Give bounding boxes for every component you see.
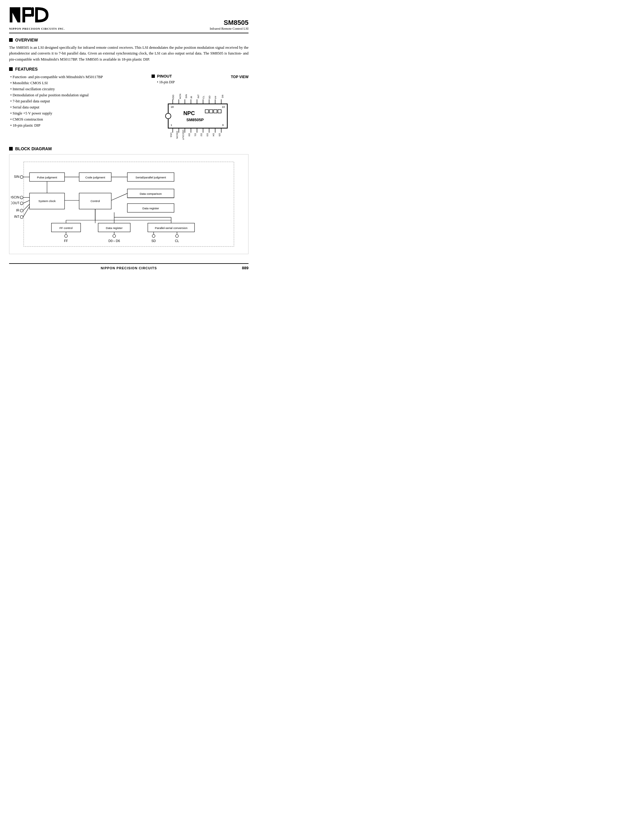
- svg-text:FF: FF: [214, 96, 217, 99]
- svg-text:VDD: VDD: [172, 95, 175, 100]
- block-diagram-title: BLOCK DIAGRAM: [15, 146, 52, 151]
- pinout-header: PINOUT: [151, 74, 172, 79]
- svg-text:ACN: ACN: [179, 93, 182, 99]
- header-right: SM8505 Infrared Remote Control LSI: [210, 19, 248, 30]
- ic-chip-diagram: VDD ACN SIN IR INT CL SD FF D6 18 10 1 9…: [156, 86, 244, 140]
- svg-text:10: 10: [222, 105, 225, 108]
- features-pinout-layout: Function- and pin-compatible with Mitsub…: [9, 74, 248, 140]
- svg-text:CL: CL: [202, 95, 205, 99]
- features-bullet: [9, 67, 13, 71]
- logo-subtitle: NIPPON PRECISION CIRCUITS INC.: [9, 27, 65, 30]
- block-diagram-bullet: [9, 147, 13, 151]
- pinout-title: PINOUT: [157, 74, 172, 79]
- svg-text:IR: IR: [190, 96, 193, 98]
- svg-rect-34: [209, 109, 213, 113]
- svg-text:FF control: FF control: [60, 226, 72, 230]
- svg-point-108: [113, 235, 116, 238]
- block-diagram-header: BLOCK DIAGRAM: [9, 146, 248, 151]
- svg-text:SD: SD: [208, 95, 211, 99]
- svg-point-66: [20, 209, 23, 212]
- svg-point-27: [166, 113, 171, 119]
- svg-rect-3: [23, 7, 25, 23]
- svg-text:9: 9: [222, 124, 224, 127]
- svg-text:SIN: SIN: [14, 175, 19, 178]
- features-header: FEATURES: [9, 67, 248, 71]
- svg-rect-4: [25, 7, 31, 10]
- top-view-label: TOP VIEW: [231, 75, 248, 79]
- svg-text:D5: D5: [218, 133, 221, 137]
- svg-point-63: [20, 202, 23, 205]
- svg-rect-35: [214, 109, 217, 113]
- svg-text:D3: D3: [206, 133, 209, 137]
- svg-rect-2: [18, 7, 20, 23]
- svg-rect-26: [168, 104, 227, 128]
- svg-text:INT: INT: [197, 95, 200, 98]
- svg-text:Data register: Data register: [106, 226, 123, 230]
- svg-rect-36: [218, 109, 221, 113]
- svg-point-60: [20, 196, 23, 199]
- feature-3: Internal oscillation circuitry: [9, 86, 145, 92]
- overview-title: OVERVIEW: [15, 37, 38, 42]
- svg-line-70: [23, 207, 29, 217]
- footer-page-number: 889: [237, 265, 248, 270]
- svg-text:IR: IR: [16, 208, 19, 212]
- page-header: NIPPON PRECISION CIRCUITS INC. SM8505 In…: [9, 6, 248, 33]
- overview-text: The SM8505 is an LSI designed specifical…: [9, 45, 248, 63]
- logo-area: NIPPON PRECISION CIRCUITS INC.: [9, 6, 65, 30]
- svg-point-69: [20, 215, 23, 219]
- block-diagram-svg: SIN OSCIN OSCOUT IR INT Pulse judgment C…: [9, 154, 248, 254]
- feature-4: Demodulation of pulse position modulatio…: [9, 92, 145, 98]
- svg-text:Data register: Data register: [142, 207, 159, 210]
- svg-text:D0～D6: D0～D6: [108, 239, 120, 243]
- feature-7: Single +5 V power supply: [9, 110, 145, 116]
- svg-text:D2: D2: [200, 133, 203, 137]
- svg-text:OSCOUT: OSCOUT: [182, 130, 185, 140]
- svg-text:D1: D1: [194, 133, 197, 137]
- svg-rect-6: [31, 7, 34, 17]
- svg-text:Serial/parallel judgment: Serial/parallel judgment: [135, 176, 166, 179]
- svg-text:OSCOUT: OSCOUT: [9, 201, 19, 205]
- svg-text:D4: D4: [212, 133, 215, 137]
- svg-point-114: [175, 235, 179, 238]
- dip-label: 18-pin DIP: [157, 80, 248, 84]
- svg-text:System clock: System clock: [39, 199, 56, 203]
- feature-8: CMOS construction: [9, 116, 145, 122]
- feature-2: Monolithic CMOS LSI: [9, 80, 145, 86]
- svg-rect-7: [35, 7, 38, 23]
- overview-header: OVERVIEW: [9, 37, 248, 42]
- svg-text:1: 1: [171, 124, 172, 127]
- svg-text:NPC: NPC: [184, 110, 195, 116]
- svg-text:FF: FF: [64, 239, 68, 243]
- page-footer: NIPPON PRECISION CIRCUITS 889: [9, 263, 248, 270]
- features-list: Function- and pin-compatible with Mitsub…: [9, 74, 145, 140]
- svg-point-105: [64, 235, 68, 238]
- svg-rect-0: [10, 7, 13, 23]
- svg-text:Data comparison: Data comparison: [140, 192, 162, 195]
- svg-text:OSCIN: OSCIN: [9, 195, 19, 199]
- svg-text:18: 18: [171, 105, 174, 108]
- svg-text:SIN: SIN: [185, 94, 188, 98]
- feature-9: 18-pin plastic DIP: [9, 122, 145, 129]
- block-diagram-section: BLOCK DIAGRAM SIN OSCIN OSCOUT IR INT Pu…: [9, 146, 248, 254]
- features-title: FEATURES: [15, 67, 37, 71]
- svg-point-111: [152, 235, 155, 238]
- svg-line-67: [23, 204, 29, 211]
- svg-text:Pulse judgment: Pulse judgment: [37, 176, 57, 179]
- svg-text:VSS: VSS: [170, 132, 172, 137]
- svg-rect-33: [205, 109, 209, 113]
- npc-logo-svg: [9, 6, 52, 24]
- svg-text:SD: SD: [151, 239, 156, 243]
- feature-5: 7-bit parallel data output: [9, 98, 145, 104]
- footer-company: NIPPON PRECISION CIRCUITS: [21, 266, 237, 270]
- svg-line-64: [23, 201, 29, 204]
- feature-1: Function- and pin-compatible with Mitsub…: [9, 74, 145, 80]
- svg-text:Control: Control: [91, 199, 100, 203]
- model-number: SM8505: [210, 19, 248, 27]
- svg-rect-5: [25, 14, 31, 17]
- svg-line-89: [111, 193, 127, 200]
- svg-text:Code judgment: Code judgment: [85, 176, 105, 179]
- svg-text:Parallel-serial conversion: Parallel-serial conversion: [155, 226, 188, 230]
- svg-marker-1: [13, 7, 18, 23]
- svg-text:D0: D0: [188, 133, 191, 137]
- svg-text:SM8505P: SM8505P: [187, 117, 204, 122]
